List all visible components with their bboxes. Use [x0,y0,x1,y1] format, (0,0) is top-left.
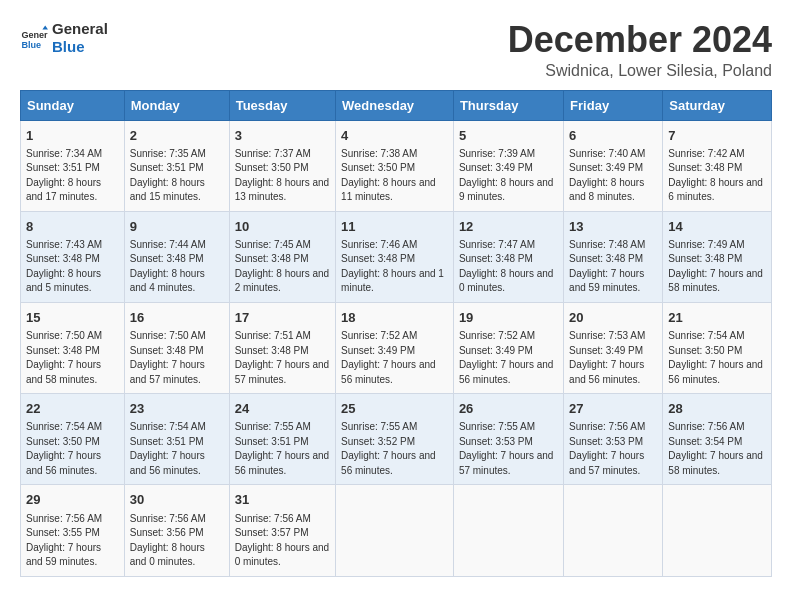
logo-icon: General Blue [20,24,48,52]
calendar-cell: 12Sunrise: 7:47 AMSunset: 3:48 PMDayligh… [453,211,563,302]
cell-info: Sunrise: 7:56 AMSunset: 3:54 PMDaylight:… [668,420,766,478]
calendar-cell: 8Sunrise: 7:43 AMSunset: 3:48 PMDaylight… [21,211,125,302]
cell-info: Sunrise: 7:43 AMSunset: 3:48 PMDaylight:… [26,238,119,296]
day-number: 5 [459,127,558,145]
cell-info: Sunrise: 7:56 AMSunset: 3:57 PMDaylight:… [235,512,330,570]
calendar-cell: 20Sunrise: 7:53 AMSunset: 3:49 PMDayligh… [564,302,663,393]
day-number: 4 [341,127,448,145]
cell-info: Sunrise: 7:50 AMSunset: 3:48 PMDaylight:… [130,329,224,387]
day-number: 24 [235,400,330,418]
cell-info: Sunrise: 7:56 AMSunset: 3:53 PMDaylight:… [569,420,657,478]
day-number: 16 [130,309,224,327]
cell-info: Sunrise: 7:35 AMSunset: 3:51 PMDaylight:… [130,147,224,205]
logo-blue: Blue [52,38,108,56]
day-number: 28 [668,400,766,418]
calendar-cell: 16Sunrise: 7:50 AMSunset: 3:48 PMDayligh… [124,302,229,393]
day-number: 25 [341,400,448,418]
calendar-table: Sunday Monday Tuesday Wednesday Thursday… [20,90,772,577]
day-number: 12 [459,218,558,236]
day-number: 27 [569,400,657,418]
page-header: General Blue General Blue December 2024 … [20,20,772,80]
calendar-cell: 1Sunrise: 7:34 AMSunset: 3:51 PMDaylight… [21,120,125,211]
svg-text:Blue: Blue [21,40,41,50]
day-number: 7 [668,127,766,145]
cell-info: Sunrise: 7:55 AMSunset: 3:53 PMDaylight:… [459,420,558,478]
calendar-cell: 9Sunrise: 7:44 AMSunset: 3:48 PMDaylight… [124,211,229,302]
cell-info: Sunrise: 7:37 AMSunset: 3:50 PMDaylight:… [235,147,330,205]
calendar-cell: 18Sunrise: 7:52 AMSunset: 3:49 PMDayligh… [336,302,454,393]
day-number: 26 [459,400,558,418]
col-sunday: Sunday [21,90,125,120]
cell-info: Sunrise: 7:42 AMSunset: 3:48 PMDaylight:… [668,147,766,205]
cell-info: Sunrise: 7:53 AMSunset: 3:49 PMDaylight:… [569,329,657,387]
cell-info: Sunrise: 7:49 AMSunset: 3:48 PMDaylight:… [668,238,766,296]
calendar-cell: 31Sunrise: 7:56 AMSunset: 3:57 PMDayligh… [229,485,335,576]
calendar-row: 15Sunrise: 7:50 AMSunset: 3:48 PMDayligh… [21,302,772,393]
calendar-cell: 5Sunrise: 7:39 AMSunset: 3:49 PMDaylight… [453,120,563,211]
calendar-cell [336,485,454,576]
cell-info: Sunrise: 7:55 AMSunset: 3:52 PMDaylight:… [341,420,448,478]
cell-info: Sunrise: 7:51 AMSunset: 3:48 PMDaylight:… [235,329,330,387]
calendar-cell: 2Sunrise: 7:35 AMSunset: 3:51 PMDaylight… [124,120,229,211]
calendar-row: 8Sunrise: 7:43 AMSunset: 3:48 PMDaylight… [21,211,772,302]
day-number: 30 [130,491,224,509]
svg-text:General: General [21,30,48,40]
day-number: 8 [26,218,119,236]
calendar-cell [663,485,772,576]
calendar-cell: 26Sunrise: 7:55 AMSunset: 3:53 PMDayligh… [453,394,563,485]
day-number: 10 [235,218,330,236]
calendar-cell: 24Sunrise: 7:55 AMSunset: 3:51 PMDayligh… [229,394,335,485]
cell-info: Sunrise: 7:45 AMSunset: 3:48 PMDaylight:… [235,238,330,296]
day-number: 15 [26,309,119,327]
day-number: 23 [130,400,224,418]
title-block: December 2024 Swidnica, Lower Silesia, P… [508,20,772,80]
day-number: 17 [235,309,330,327]
calendar-cell: 7Sunrise: 7:42 AMSunset: 3:48 PMDaylight… [663,120,772,211]
cell-info: Sunrise: 7:39 AMSunset: 3:49 PMDaylight:… [459,147,558,205]
cell-info: Sunrise: 7:52 AMSunset: 3:49 PMDaylight:… [459,329,558,387]
calendar-cell: 19Sunrise: 7:52 AMSunset: 3:49 PMDayligh… [453,302,563,393]
day-number: 1 [26,127,119,145]
day-number: 11 [341,218,448,236]
calendar-cell: 13Sunrise: 7:48 AMSunset: 3:48 PMDayligh… [564,211,663,302]
calendar-cell: 29Sunrise: 7:56 AMSunset: 3:55 PMDayligh… [21,485,125,576]
calendar-cell: 11Sunrise: 7:46 AMSunset: 3:48 PMDayligh… [336,211,454,302]
logo-general: General [52,20,108,38]
calendar-cell: 17Sunrise: 7:51 AMSunset: 3:48 PMDayligh… [229,302,335,393]
cell-info: Sunrise: 7:47 AMSunset: 3:48 PMDaylight:… [459,238,558,296]
calendar-cell: 15Sunrise: 7:50 AMSunset: 3:48 PMDayligh… [21,302,125,393]
cell-info: Sunrise: 7:54 AMSunset: 3:50 PMDaylight:… [26,420,119,478]
col-saturday: Saturday [663,90,772,120]
calendar-cell [453,485,563,576]
cell-info: Sunrise: 7:46 AMSunset: 3:48 PMDaylight:… [341,238,448,296]
calendar-cell [564,485,663,576]
calendar-row: 1Sunrise: 7:34 AMSunset: 3:51 PMDaylight… [21,120,772,211]
day-number: 29 [26,491,119,509]
day-number: 6 [569,127,657,145]
calendar-cell: 3Sunrise: 7:37 AMSunset: 3:50 PMDaylight… [229,120,335,211]
cell-info: Sunrise: 7:34 AMSunset: 3:51 PMDaylight:… [26,147,119,205]
calendar-cell: 4Sunrise: 7:38 AMSunset: 3:50 PMDaylight… [336,120,454,211]
logo: General Blue General Blue [20,20,108,56]
cell-info: Sunrise: 7:54 AMSunset: 3:50 PMDaylight:… [668,329,766,387]
day-number: 14 [668,218,766,236]
cell-info: Sunrise: 7:54 AMSunset: 3:51 PMDaylight:… [130,420,224,478]
day-number: 22 [26,400,119,418]
month-title: December 2024 [508,20,772,60]
col-wednesday: Wednesday [336,90,454,120]
day-number: 2 [130,127,224,145]
calendar-cell: 30Sunrise: 7:56 AMSunset: 3:56 PMDayligh… [124,485,229,576]
day-number: 20 [569,309,657,327]
cell-info: Sunrise: 7:44 AMSunset: 3:48 PMDaylight:… [130,238,224,296]
col-friday: Friday [564,90,663,120]
day-number: 18 [341,309,448,327]
day-number: 9 [130,218,224,236]
day-number: 13 [569,218,657,236]
day-number: 21 [668,309,766,327]
cell-info: Sunrise: 7:52 AMSunset: 3:49 PMDaylight:… [341,329,448,387]
cell-info: Sunrise: 7:38 AMSunset: 3:50 PMDaylight:… [341,147,448,205]
col-monday: Monday [124,90,229,120]
day-number: 19 [459,309,558,327]
calendar-cell: 22Sunrise: 7:54 AMSunset: 3:50 PMDayligh… [21,394,125,485]
cell-info: Sunrise: 7:40 AMSunset: 3:49 PMDaylight:… [569,147,657,205]
